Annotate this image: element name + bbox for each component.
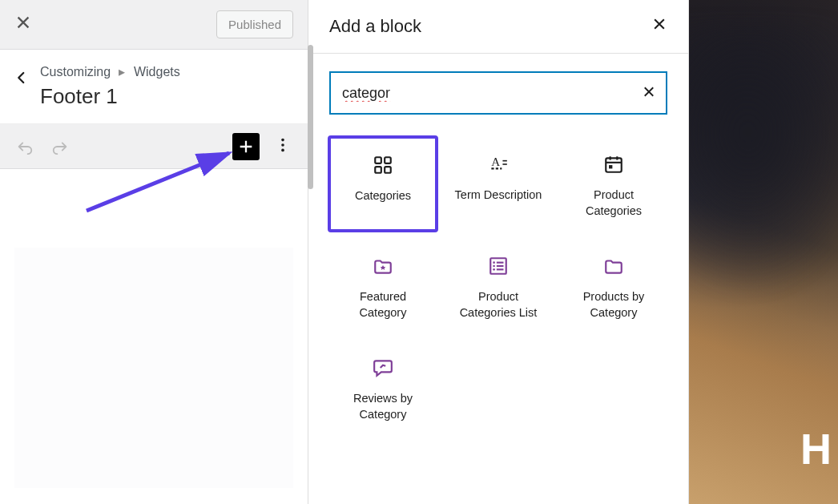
- block-product-categories[interactable]: Product Categories: [558, 135, 669, 232]
- reviews-by-category-icon: [373, 356, 393, 380]
- svg-rect-7: [385, 167, 391, 173]
- block-products-by-category[interactable]: Products by Category: [558, 237, 669, 334]
- block-product-categories-list[interactable]: Product Categories List: [443, 237, 554, 334]
- block-search-input[interactable]: [329, 71, 667, 115]
- more-vertical-icon: [274, 136, 292, 154]
- page-title: Footer 1: [40, 84, 293, 109]
- breadcrumb-section: Widgets: [134, 65, 180, 79]
- svg-point-2: [281, 149, 284, 152]
- divider: [308, 53, 688, 54]
- widget-area-placeholder[interactable]: [14, 248, 293, 488]
- customizer-topbar: Published: [0, 0, 308, 50]
- block-label: Reviews by Category: [335, 391, 431, 422]
- block-reviews-by-category[interactable]: Reviews by Category: [328, 339, 438, 436]
- block-label: Featured Category: [335, 289, 431, 321]
- undo-button[interactable]: [13, 135, 37, 159]
- svg-rect-4: [375, 157, 381, 163]
- categories-icon: [373, 153, 393, 177]
- close-icon: [14, 14, 32, 31]
- clear-search-button[interactable]: [637, 80, 661, 107]
- plus-icon: [237, 138, 255, 155]
- undo-icon: [16, 138, 34, 155]
- block-label: Products by Category: [566, 289, 662, 321]
- svg-point-20: [493, 265, 495, 268]
- chevron-left-icon: [14, 71, 29, 85]
- close-popover-button[interactable]: [651, 16, 667, 37]
- featured-category-icon: [373, 254, 393, 278]
- breadcrumb-parent: Customizing: [40, 65, 111, 79]
- breadcrumb-separator-icon: ▸: [119, 65, 125, 79]
- svg-rect-12: [606, 158, 622, 171]
- svg-text:A: A: [491, 155, 500, 168]
- redo-icon: [51, 138, 69, 155]
- block-label: Product Categories List: [450, 289, 546, 321]
- block-featured-category[interactable]: Featured Category: [328, 237, 438, 334]
- redo-button[interactable]: [48, 135, 72, 159]
- close-icon: [651, 16, 667, 32]
- back-button[interactable]: [8, 64, 40, 87]
- preview-glyph: H: [800, 424, 832, 474]
- svg-rect-5: [385, 157, 391, 163]
- block-results-grid: Categories A Term Description Product Ca…: [308, 124, 688, 447]
- close-customizer-button[interactable]: [14, 14, 32, 36]
- product-categories-list-icon: [488, 254, 509, 278]
- site-preview[interactable]: H: [689, 0, 838, 504]
- popover-title: Add a block: [329, 16, 421, 37]
- block-label: Categories: [355, 188, 411, 204]
- products-by-category-icon: [603, 254, 624, 278]
- customizer-panel: Published Customizing ▸ Widgets Footer 1: [0, 0, 308, 504]
- svg-rect-16: [609, 165, 612, 168]
- svg-point-18: [493, 261, 495, 264]
- svg-point-1: [281, 143, 284, 147]
- more-options-button[interactable]: [271, 133, 295, 159]
- close-icon: [642, 85, 656, 99]
- svg-point-0: [281, 139, 284, 142]
- popover-header: Add a block: [308, 0, 688, 53]
- product-categories-icon: [603, 152, 624, 176]
- block-label: Term Description: [455, 187, 542, 204]
- block-label: Product Categories: [566, 187, 662, 219]
- add-block-button[interactable]: [232, 133, 260, 160]
- block-categories[interactable]: Categories: [328, 135, 438, 232]
- editor-toolbar: [0, 124, 308, 169]
- block-inserter-panel: Add a block Categories A: [308, 0, 689, 504]
- svg-point-22: [493, 268, 495, 271]
- svg-rect-6: [375, 167, 381, 173]
- publish-button[interactable]: Published: [216, 10, 293, 38]
- term-description-icon: A: [488, 152, 509, 176]
- scrollbar-thumb[interactable]: [308, 45, 313, 189]
- breadcrumb-row: Customizing ▸ Widgets Footer 1: [0, 50, 308, 124]
- breadcrumb: Customizing ▸ Widgets: [40, 64, 293, 79]
- search-wrap: [329, 71, 667, 115]
- block-term-description[interactable]: A Term Description: [443, 135, 554, 232]
